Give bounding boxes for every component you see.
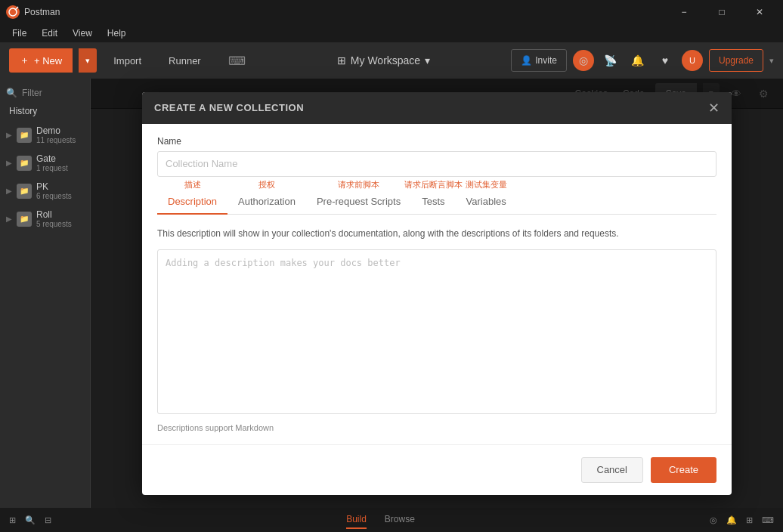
tab-description[interactable]: 描述 Description: [157, 190, 227, 215]
tab-annotation-tests: 请求后断言脚本: [404, 179, 463, 190]
modal-overlay: CREATE A NEW COLLECTION ✕ Name 描述 Descri…: [91, 79, 783, 508]
collection-name-input[interactable]: [157, 151, 716, 177]
invite-button[interactable]: 👤 Invite: [511, 49, 567, 72]
status-search-icon[interactable]: 🔍: [25, 515, 36, 525]
status-icon-2[interactable]: 🔔: [726, 515, 737, 525]
title-bar: Postman − □ ✕: [0, 0, 783, 24]
sidebar-item-pk[interactable]: ▶ 📁 PK 6 requests: [0, 177, 90, 205]
status-tab-browse[interactable]: Browse: [385, 511, 415, 529]
modal-close-button[interactable]: ✕: [708, 101, 720, 115]
tab-variables[interactable]: 测试集变量 Variables: [456, 190, 517, 215]
collection-count: 11 requests: [36, 136, 84, 144]
new-dropdown-button[interactable]: ▾: [79, 48, 97, 73]
modal-header: CREATE A NEW COLLECTION ✕: [142, 92, 732, 124]
status-center: Build Browse: [346, 511, 415, 529]
tab-annotation-description: 描述: [184, 179, 201, 190]
create-collection-modal: CREATE A NEW COLLECTION ✕ Name 描述 Descri…: [142, 92, 732, 495]
capture-button[interactable]: ⌨: [218, 48, 256, 73]
status-right: ◎ 🔔 ⊞ ⌨: [710, 515, 774, 525]
status-icon-1[interactable]: ◎: [710, 515, 717, 525]
collection-name: Demo: [36, 125, 84, 136]
new-label: + New: [34, 55, 62, 66]
tab-tests[interactable]: 请求后断言脚本 Tests: [411, 190, 455, 215]
chevron-icon: ▶: [6, 187, 12, 195]
app-title: Postman: [24, 7, 60, 17]
collection-name: Roll: [36, 209, 84, 220]
postman-logo-icon: [6, 5, 20, 19]
collection-name: Gate: [36, 153, 84, 164]
menu-view[interactable]: View: [67, 26, 98, 40]
menu-help[interactable]: Help: [101, 26, 132, 40]
tab-pre-request[interactable]: 请求前脚本 Pre-request Scripts: [306, 190, 411, 215]
collection-icon: 📁: [17, 212, 32, 227]
minimize-button[interactable]: −: [667, 0, 701, 24]
collection-icon: 📁: [17, 184, 32, 199]
modal-tabs: 描述 Description 授权 Authorization 请求前脚本 Pr…: [157, 189, 716, 215]
sidebar: 🔍 Filter History ▶ 📁 Demo 11 requests ▶ …: [0, 79, 91, 508]
main-layout: 🔍 Filter History ▶ 📁 Demo 11 requests ▶ …: [0, 79, 783, 508]
create-button[interactable]: Create: [651, 457, 716, 483]
menu-bar: File Edit View Help: [0, 24, 783, 42]
cancel-button[interactable]: Cancel: [581, 457, 643, 483]
sidebar-item-gate[interactable]: ▶ 📁 Gate 1 request: [0, 149, 90, 177]
status-tab-build[interactable]: Build: [346, 511, 367, 529]
tab-annotation-variables: 测试集变量: [466, 179, 507, 190]
tab-authorization[interactable]: 授权 Authorization: [227, 190, 306, 215]
modal-footer: Cancel Create: [142, 444, 732, 495]
upgrade-arrow: ▾: [769, 56, 774, 66]
tab-annotation-authorization: 授权: [258, 179, 275, 190]
modal-body: Name 描述 Description 授权 Authorization: [142, 124, 732, 444]
workspace-label: My Workspace: [351, 54, 420, 66]
import-button[interactable]: Import: [103, 48, 152, 73]
heart-icon[interactable]: ♥: [655, 50, 676, 71]
workspace-button[interactable]: ⊞ My Workspace ▾: [337, 54, 430, 66]
status-left: ⊞ 🔍 ⊟: [9, 515, 51, 525]
close-button[interactable]: ✕: [742, 0, 777, 24]
plus-icon: ＋: [20, 54, 29, 67]
collection-icon: 📁: [17, 128, 32, 143]
tab-annotation-prerequest: 请求前脚本: [338, 179, 379, 190]
modal-title: CREATE A NEW COLLECTION: [154, 102, 304, 113]
runner-button[interactable]: Runner: [158, 48, 212, 73]
sync-icon[interactable]: ◎: [573, 50, 594, 71]
sidebar-item-demo[interactable]: ▶ 📁 Demo 11 requests: [0, 121, 90, 149]
workspace-area: ⊞ My Workspace ▾: [262, 54, 506, 66]
filter-label: Filter: [22, 88, 42, 98]
new-button[interactable]: ＋ + New: [9, 48, 73, 73]
chevron-icon: ▶: [6, 215, 12, 223]
maximize-button[interactable]: □: [704, 0, 739, 24]
sidebar-search[interactable]: 🔍 Filter: [0, 85, 90, 101]
status-grid-icon[interactable]: ⊞: [9, 515, 16, 525]
content-area: Cookies Code Save ▾ 👁 ⚙ CREATE A NEW COL…: [91, 79, 783, 508]
avatar[interactable]: U: [682, 50, 703, 71]
name-field-label: Name: [157, 136, 716, 147]
invite-icon: 👤: [521, 55, 532, 66]
collection-count: 5 requests: [36, 220, 84, 228]
status-icon-4[interactable]: ⌨: [762, 515, 774, 525]
search-icon: 🔍: [6, 88, 17, 98]
chevron-icon: ▶: [6, 131, 12, 139]
collection-count: 6 requests: [36, 192, 84, 200]
chevron-down-icon: ▾: [425, 54, 430, 66]
status-icon-3[interactable]: ⊞: [746, 515, 753, 525]
upgrade-button[interactable]: Upgrade: [709, 49, 763, 72]
chevron-icon: ▶: [6, 159, 12, 167]
collection-icon: 📁: [17, 156, 32, 171]
status-bar: ⊞ 🔍 ⊟ Build Browse ◎ 🔔 ⊞ ⌨: [0, 508, 783, 532]
markdown-note: Descriptions support Markdown: [157, 423, 716, 432]
collection-name: PK: [36, 181, 84, 192]
window-controls: − □ ✕: [667, 0, 777, 24]
description-textarea[interactable]: [157, 249, 716, 414]
broadcast-icon[interactable]: 📡: [600, 50, 621, 71]
menu-edit[interactable]: Edit: [36, 26, 63, 40]
description-note: This description will show in your colle…: [157, 227, 716, 240]
collection-count: 1 request: [36, 164, 84, 172]
toolbar: ＋ + New ▾ Import Runner ⌨ ⊞ My Workspace…: [0, 42, 783, 79]
status-panel-icon[interactable]: ⊟: [45, 515, 51, 525]
notification-icon[interactable]: 🔔: [627, 50, 648, 71]
toolbar-right: 👤 Invite ◎ 📡 🔔 ♥ U Upgrade ▾: [511, 49, 774, 72]
menu-file[interactable]: File: [6, 26, 32, 40]
sidebar-item-roll[interactable]: ▶ 📁 Roll 5 requests: [0, 205, 90, 233]
workspace-grid-icon: ⊞: [337, 54, 346, 66]
sidebar-history[interactable]: History: [0, 101, 90, 121]
